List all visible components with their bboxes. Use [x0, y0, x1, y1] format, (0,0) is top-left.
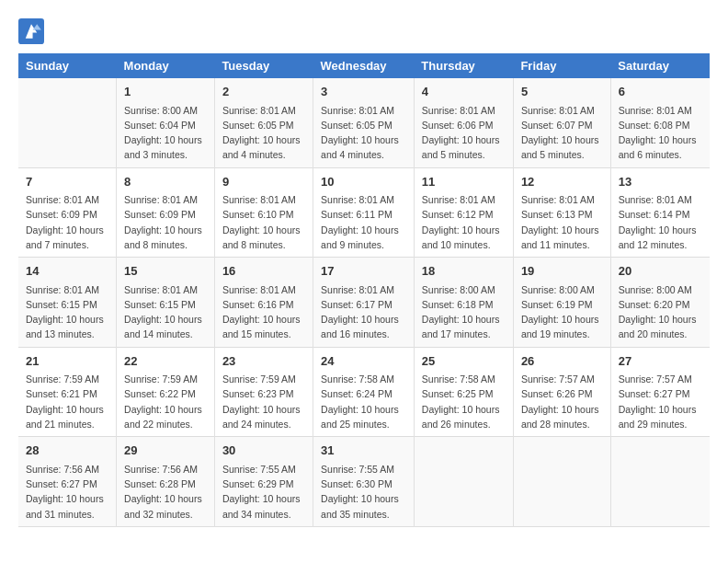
- day-number: 25: [422, 352, 506, 371]
- calendar-cell: 2Sunrise: 8:01 AMSunset: 6:05 PMDaylight…: [214, 78, 313, 167]
- day-info: Sunrise: 7:57 AMSunset: 6:26 PMDaylight:…: [521, 372, 603, 431]
- day-number: 30: [222, 442, 305, 460]
- day-number: 3: [321, 83, 406, 101]
- day-number: 23: [222, 352, 305, 371]
- calendar-cell: 27Sunrise: 7:57 AMSunset: 6:27 PMDayligh…: [610, 347, 710, 437]
- day-number: 12: [521, 173, 603, 191]
- calendar-cell: [18, 78, 117, 167]
- week-row-1: 1Sunrise: 8:00 AMSunset: 6:04 PMDaylight…: [18, 78, 710, 167]
- day-info: Sunrise: 8:01 AMSunset: 6:09 PMDaylight:…: [124, 192, 207, 252]
- calendar-cell: 8Sunrise: 8:01 AMSunset: 6:09 PMDaylight…: [117, 167, 215, 258]
- week-row-2: 7Sunrise: 8:01 AMSunset: 6:09 PMDaylight…: [18, 167, 710, 258]
- calendar-cell: 19Sunrise: 8:00 AMSunset: 6:19 PMDayligh…: [513, 258, 610, 348]
- day-number: 24: [321, 352, 406, 371]
- day-info: Sunrise: 8:00 AMSunset: 6:19 PMDaylight:…: [521, 282, 603, 342]
- calendar-cell: 30Sunrise: 7:55 AMSunset: 6:29 PMDayligh…: [214, 437, 313, 527]
- calendar-cell: 26Sunrise: 7:57 AMSunset: 6:26 PMDayligh…: [513, 347, 610, 437]
- column-header-row: SundayMondayTuesdayWednesdayThursdayFrid…: [18, 53, 710, 78]
- day-info: Sunrise: 8:01 AMSunset: 6:16 PMDaylight:…: [222, 282, 305, 342]
- day-info: Sunrise: 8:01 AMSunset: 6:08 PMDaylight:…: [619, 103, 702, 163]
- calendar-cell: 24Sunrise: 7:58 AMSunset: 6:24 PMDayligh…: [313, 347, 415, 437]
- day-info: Sunrise: 7:56 AMSunset: 6:28 PMDaylight:…: [124, 462, 207, 522]
- calendar-cell: 6Sunrise: 8:01 AMSunset: 6:08 PMDaylight…: [610, 78, 710, 167]
- day-info: Sunrise: 8:00 AMSunset: 6:04 PMDaylight:…: [124, 103, 207, 163]
- day-number: 21: [26, 352, 108, 371]
- week-row-5: 28Sunrise: 7:56 AMSunset: 6:27 PMDayligh…: [18, 437, 710, 527]
- calendar-cell: 4Sunrise: 8:01 AMSunset: 6:06 PMDaylight…: [414, 78, 513, 167]
- day-info: Sunrise: 8:01 AMSunset: 6:05 PMDaylight:…: [321, 103, 406, 163]
- column-header-tuesday: Tuesday: [214, 53, 313, 78]
- day-info: Sunrise: 7:56 AMSunset: 6:27 PMDaylight:…: [26, 462, 108, 522]
- column-header-wednesday: Wednesday: [313, 53, 415, 78]
- calendar-cell: 28Sunrise: 7:56 AMSunset: 6:27 PMDayligh…: [18, 437, 117, 527]
- day-info: Sunrise: 8:00 AMSunset: 6:20 PMDaylight:…: [619, 282, 702, 342]
- day-number: 1: [124, 83, 207, 101]
- day-info: Sunrise: 8:01 AMSunset: 6:15 PMDaylight:…: [26, 282, 108, 342]
- calendar-cell: 1Sunrise: 8:00 AMSunset: 6:04 PMDaylight…: [117, 78, 215, 167]
- day-info: Sunrise: 7:59 AMSunset: 6:23 PMDaylight:…: [222, 372, 305, 431]
- day-number: 27: [619, 352, 702, 371]
- day-info: Sunrise: 8:01 AMSunset: 6:12 PMDaylight:…: [422, 192, 506, 252]
- day-info: Sunrise: 7:55 AMSunset: 6:29 PMDaylight:…: [222, 462, 305, 522]
- column-header-saturday: Saturday: [610, 53, 710, 78]
- day-number: 5: [521, 83, 603, 101]
- day-number: 31: [321, 442, 406, 460]
- day-number: 18: [422, 262, 506, 281]
- calendar-cell: [414, 437, 513, 527]
- day-info: Sunrise: 8:01 AMSunset: 6:10 PMDaylight:…: [222, 192, 305, 252]
- day-number: 2: [222, 83, 305, 101]
- week-row-4: 21Sunrise: 7:59 AMSunset: 6:21 PMDayligh…: [18, 347, 710, 437]
- day-number: 7: [26, 173, 108, 191]
- logo: [18, 18, 48, 44]
- day-number: 29: [124, 442, 207, 460]
- calendar-cell: [610, 437, 710, 527]
- day-number: 15: [124, 262, 207, 281]
- column-header-friday: Friday: [513, 53, 610, 78]
- day-number: 11: [422, 173, 506, 191]
- day-info: Sunrise: 8:01 AMSunset: 6:17 PMDaylight:…: [321, 282, 406, 342]
- day-info: Sunrise: 8:00 AMSunset: 6:18 PMDaylight:…: [422, 282, 506, 342]
- calendar-cell: 21Sunrise: 7:59 AMSunset: 6:21 PMDayligh…: [18, 347, 117, 437]
- column-header-sunday: Sunday: [18, 53, 117, 78]
- day-info: Sunrise: 8:01 AMSunset: 6:05 PMDaylight:…: [222, 103, 305, 163]
- calendar-cell: 25Sunrise: 7:58 AMSunset: 6:25 PMDayligh…: [414, 347, 513, 437]
- day-number: 17: [321, 262, 406, 281]
- calendar-cell: 13Sunrise: 8:01 AMSunset: 6:14 PMDayligh…: [610, 167, 710, 258]
- day-number: 28: [26, 442, 108, 460]
- column-header-thursday: Thursday: [414, 53, 513, 78]
- day-info: Sunrise: 8:01 AMSunset: 6:06 PMDaylight:…: [422, 103, 506, 163]
- calendar-cell: [513, 437, 610, 527]
- day-info: Sunrise: 8:01 AMSunset: 6:09 PMDaylight:…: [26, 192, 108, 252]
- calendar-cell: 14Sunrise: 8:01 AMSunset: 6:15 PMDayligh…: [18, 258, 117, 348]
- calendar-cell: 15Sunrise: 8:01 AMSunset: 6:15 PMDayligh…: [117, 258, 215, 348]
- calendar-cell: 16Sunrise: 8:01 AMSunset: 6:16 PMDayligh…: [214, 258, 313, 348]
- calendar-cell: 29Sunrise: 7:56 AMSunset: 6:28 PMDayligh…: [117, 437, 215, 527]
- page-header: [18, 18, 710, 44]
- day-number: 10: [321, 173, 406, 191]
- day-number: 16: [222, 262, 305, 281]
- calendar-cell: 7Sunrise: 8:01 AMSunset: 6:09 PMDaylight…: [18, 167, 117, 258]
- day-info: Sunrise: 7:58 AMSunset: 6:24 PMDaylight:…: [321, 372, 406, 431]
- day-info: Sunrise: 8:01 AMSunset: 6:13 PMDaylight:…: [521, 192, 603, 252]
- week-row-3: 14Sunrise: 8:01 AMSunset: 6:15 PMDayligh…: [18, 258, 710, 348]
- day-number: 9: [222, 173, 305, 191]
- day-number: 4: [422, 83, 506, 101]
- day-info: Sunrise: 7:57 AMSunset: 6:27 PMDaylight:…: [619, 372, 702, 431]
- day-info: Sunrise: 8:01 AMSunset: 6:11 PMDaylight:…: [321, 192, 406, 252]
- day-number: 20: [619, 262, 702, 281]
- day-number: 19: [521, 262, 603, 281]
- day-info: Sunrise: 8:01 AMSunset: 6:14 PMDaylight:…: [619, 192, 702, 252]
- day-info: Sunrise: 8:01 AMSunset: 6:07 PMDaylight:…: [521, 103, 603, 163]
- calendar-cell: 5Sunrise: 8:01 AMSunset: 6:07 PMDaylight…: [513, 78, 610, 167]
- day-number: 26: [521, 352, 603, 371]
- calendar-cell: 3Sunrise: 8:01 AMSunset: 6:05 PMDaylight…: [313, 78, 415, 167]
- calendar-cell: 10Sunrise: 8:01 AMSunset: 6:11 PMDayligh…: [313, 167, 415, 258]
- calendar-cell: 18Sunrise: 8:00 AMSunset: 6:18 PMDayligh…: [414, 258, 513, 348]
- calendar-cell: 22Sunrise: 7:59 AMSunset: 6:22 PMDayligh…: [117, 347, 215, 437]
- day-info: Sunrise: 7:59 AMSunset: 6:22 PMDaylight:…: [124, 372, 207, 431]
- column-header-monday: Monday: [117, 53, 215, 78]
- day-number: 22: [124, 352, 207, 371]
- day-info: Sunrise: 7:55 AMSunset: 6:30 PMDaylight:…: [321, 462, 406, 522]
- day-number: 14: [26, 262, 108, 281]
- calendar-cell: 9Sunrise: 8:01 AMSunset: 6:10 PMDaylight…: [214, 167, 313, 258]
